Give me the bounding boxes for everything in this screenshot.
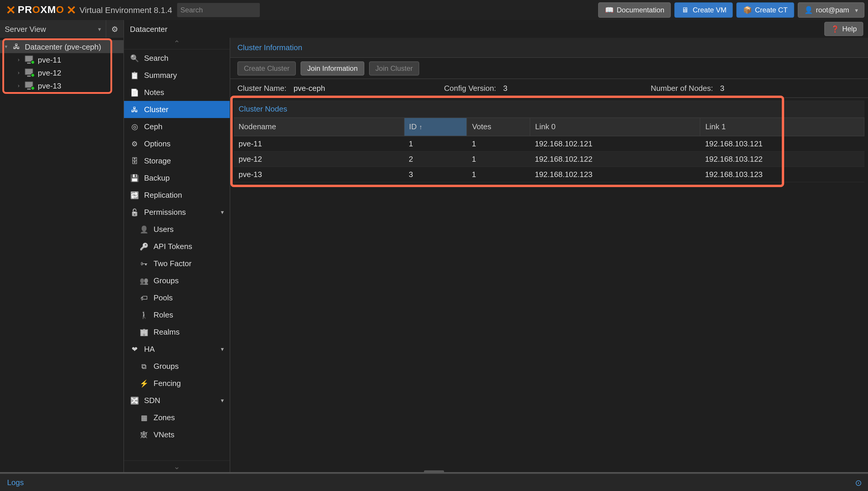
col-id[interactable]: ID↑: [404, 118, 467, 136]
ha-icon: [130, 345, 139, 353]
search-input[interactable]: [177, 3, 259, 17]
topbar: ✕ PROXMOX ✕ Virtual Environment 8.1.4 Do…: [0, 0, 868, 20]
logs-panel-header[interactable]: Logs ⊙: [0, 473, 868, 491]
realm-icon: [139, 327, 149, 337]
nav-ha[interactable]: HA▾: [124, 341, 230, 357]
expand-icon: ›: [18, 69, 25, 76]
tree-node-pve-12[interactable]: ›pve-12: [13, 66, 123, 79]
documentation-button[interactable]: Documentation: [598, 2, 671, 18]
node-row[interactable]: pve-1221192.168.102.122192.168.103.122: [234, 151, 864, 167]
logo-text: PROXMOX: [18, 4, 64, 16]
user-menu-button[interactable]: root@pam▾: [798, 2, 864, 18]
chevron-down-icon: ▾: [98, 26, 101, 32]
save-icon: [130, 173, 139, 182]
nav-permissions[interactable]: Permissions▾: [124, 204, 230, 221]
logs-collapse-icon[interactable]: ⊙: [855, 478, 862, 487]
lock-icon: [130, 208, 139, 216]
section-title: Cluster Information: [230, 38, 868, 58]
main: ▾ Datacenter (pve-ceph) ›pve-11›pve-12›p…: [0, 38, 868, 472]
cluster-toolbar: Create Cluster Join Information Join Clu…: [230, 58, 868, 79]
nav-scroll-up[interactable]: ⌃: [124, 38, 230, 50]
help-icon: [831, 25, 839, 33]
help-cell: Help: [820, 20, 868, 38]
cluster-nodes-section: Cluster Nodes Nodename ID↑ Votes Link 0 …: [234, 100, 864, 182]
nav-groups[interactable]: Groups: [124, 272, 230, 289]
nav-fencing[interactable]: Fencing: [124, 375, 230, 392]
repl-icon: [130, 191, 139, 200]
nav-api-tokens[interactable]: API Tokens: [124, 238, 230, 255]
nav-users[interactable]: Users: [124, 221, 230, 238]
chevron-down-icon: ▾: [855, 7, 858, 13]
group-icon: [139, 276, 149, 285]
nav-options[interactable]: Options: [124, 135, 230, 152]
tree-datacenter[interactable]: ▾ Datacenter (pve-ceph): [0, 40, 123, 53]
clip-icon: [130, 71, 139, 80]
nav-replication[interactable]: Replication: [124, 186, 230, 204]
monitor-icon: [681, 6, 689, 14]
cube-icon: [743, 6, 751, 14]
datacenter-icon: [12, 42, 21, 51]
nav-groups[interactable]: Groups: [124, 357, 230, 375]
nav-cluster[interactable]: Cluster: [124, 101, 230, 118]
col-votes[interactable]: Votes: [467, 118, 530, 136]
server-view-selector[interactable]: Server View▾: [0, 20, 106, 38]
nav-backup[interactable]: Backup: [124, 169, 230, 186]
nav-storage[interactable]: Storage: [124, 152, 230, 169]
nav-two-factor[interactable]: Two Factor: [124, 255, 230, 272]
nav-summary[interactable]: Summary: [124, 67, 230, 84]
nav-zones[interactable]: Zones: [124, 409, 230, 426]
tree-settings-button[interactable]: [106, 20, 124, 38]
node-count-label: Number of Nodes:: [651, 84, 713, 93]
node-row[interactable]: pve-1111192.168.102.121192.168.103.121: [234, 136, 864, 151]
nav-search[interactable]: Search: [124, 50, 230, 67]
create-vm-button[interactable]: Create VM: [674, 2, 733, 18]
node-icon: [25, 68, 34, 77]
help-button[interactable]: Help: [824, 22, 863, 36]
nav-ceph[interactable]: Ceph: [124, 118, 230, 135]
grp-icon: [139, 362, 149, 371]
tree-node-pve-11[interactable]: ›pve-11: [13, 53, 123, 66]
node-row[interactable]: pve-1331192.168.102.123192.168.103.123: [234, 167, 864, 182]
join-cluster-button[interactable]: Join Cluster: [369, 61, 420, 75]
sdn-icon: [130, 396, 139, 405]
cluster-name-value: pve-ceph: [293, 84, 325, 93]
col-nodename[interactable]: Nodename: [234, 118, 404, 136]
gear-icon: [111, 25, 118, 33]
node-icon: [25, 55, 34, 64]
cluster-icon: [130, 105, 139, 114]
nav-pools[interactable]: Pools: [124, 289, 230, 306]
join-information-button[interactable]: Join Information: [301, 61, 364, 75]
nav-notes[interactable]: Notes: [124, 84, 230, 101]
col-link1[interactable]: Link 1: [700, 118, 864, 136]
create-cluster-button[interactable]: Create Cluster: [237, 61, 296, 75]
tree-node-pve-13[interactable]: ›pve-13: [13, 79, 123, 92]
sub-header: Server View▾ Datacenter Help: [0, 20, 868, 38]
resource-tree: ▾ Datacenter (pve-ceph) ›pve-11›pve-12›p…: [0, 38, 124, 472]
nav-realms[interactable]: Realms: [124, 323, 230, 341]
zones-icon: [139, 413, 149, 422]
ceph-icon: [130, 122, 139, 131]
db-icon: [130, 156, 139, 165]
node-icon: [25, 82, 34, 90]
config-version-value: 3: [503, 84, 507, 93]
cluster-info-row: Cluster Name: pve-ceph Config Version: 3…: [230, 79, 868, 98]
cluster-nodes-table: Nodename ID↑ Votes Link 0 Link 1 pve-111…: [234, 118, 864, 182]
book-icon: [605, 6, 613, 14]
logo: ✕ PROXMOX ✕: [6, 3, 76, 17]
nav-roles[interactable]: Roles: [124, 306, 230, 323]
nav-vnets[interactable]: VNets: [124, 426, 230, 443]
nav-sdn[interactable]: SDN▾: [124, 392, 230, 409]
user-icon: [804, 6, 812, 14]
breadcrumb: Datacenter: [124, 20, 820, 38]
nav-scroll-down[interactable]: ⌄: [124, 460, 230, 472]
cog-icon: [130, 139, 139, 148]
2fa-icon: [139, 259, 149, 268]
cluster-nodes-title: Cluster Nodes: [234, 100, 864, 118]
col-link0[interactable]: Link 0: [530, 118, 700, 136]
expand-icon: ›: [18, 57, 25, 63]
create-ct-button[interactable]: Create CT: [737, 2, 794, 18]
node-count-value: 3: [720, 84, 724, 93]
pool-icon: [139, 293, 149, 302]
expand-icon: ▾: [221, 397, 224, 404]
env-label: Virtual Environment 8.1.4: [79, 5, 172, 15]
